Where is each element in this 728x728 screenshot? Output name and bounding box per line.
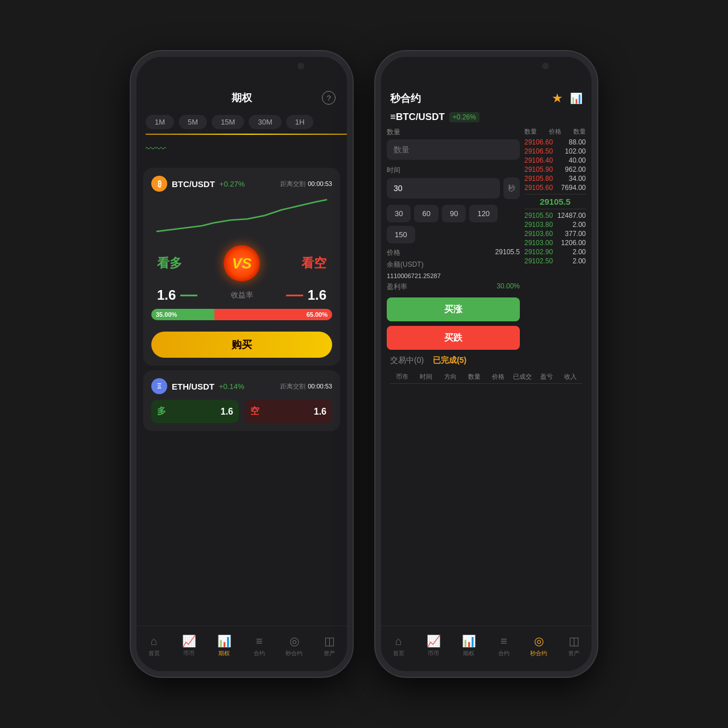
bid-qty-0: 12487.00 bbox=[557, 212, 586, 220]
nav-seconds[interactable]: ◎ 秒合约 bbox=[280, 634, 308, 657]
bid-price-1: 29103.80 bbox=[524, 221, 553, 229]
eth-countdown: 距离交割 00:00:53 bbox=[280, 382, 332, 391]
nav2-futures[interactable]: ≡ 合约 bbox=[490, 635, 518, 657]
ob-bid-4: 29102.90 2.00 bbox=[524, 248, 586, 256]
phone1-bottom-nav: ⌂ 首页 📈 币币 📊 期权 ≡ 合约 ◎ 秒合约 ◫ 资产 bbox=[136, 626, 347, 671]
bid-price-4: 29102.90 bbox=[524, 248, 553, 256]
qty-input[interactable] bbox=[387, 139, 520, 160]
help-button[interactable]: ? bbox=[322, 91, 336, 105]
pair-info: 秒合约 bbox=[390, 92, 421, 105]
price-row: 价格 29105.5 bbox=[387, 248, 520, 258]
bear-dash bbox=[286, 295, 303, 296]
ob-ask-0: 29106.60 88.00 bbox=[524, 138, 586, 146]
tab-1m[interactable]: 1M bbox=[146, 115, 174, 129]
nav2-seconds-label: 秒合约 bbox=[530, 650, 547, 657]
phone1-top-bar bbox=[136, 57, 347, 85]
bull-label: 看多 bbox=[157, 255, 182, 272]
eth-card-header: Ξ ETH/USDT +0.14% 距离交割 00:00:53 bbox=[151, 378, 332, 394]
nav-futures[interactable]: ≡ 合约 bbox=[245, 635, 274, 657]
price-value: 29105.5 bbox=[495, 248, 520, 258]
seconds-icon: ◎ bbox=[289, 634, 299, 648]
nav-assets[interactable]: ◫ 资产 bbox=[315, 634, 344, 657]
ob-bid-1: 29103.80 2.00 bbox=[524, 221, 586, 229]
ob-price-header: 价格 bbox=[549, 127, 561, 136]
time-btn-90[interactable]: 90 bbox=[442, 205, 466, 222]
mini-chart-icon: 〰〰 bbox=[146, 143, 166, 155]
order-form: 数量 时间 秒 30 60 90 120 150 价格 bbox=[387, 127, 524, 350]
btc-icon: ₿ bbox=[151, 176, 167, 192]
bear-progress: 65.00% bbox=[214, 309, 332, 320]
th-qty: 数量 bbox=[462, 373, 486, 381]
th-time: 时间 bbox=[414, 373, 438, 381]
options2-icon: 📊 bbox=[462, 634, 476, 648]
time-btn-120[interactable]: 120 bbox=[469, 205, 498, 222]
camera2 bbox=[542, 63, 549, 69]
eth-coin-info: Ξ ETH/USDT +0.14% bbox=[151, 378, 244, 394]
header-icons: ★ 📊 bbox=[552, 91, 582, 106]
futures-icon: ≡ bbox=[256, 635, 263, 648]
ask-qty-3: 962.00 bbox=[565, 166, 586, 173]
balance-value: 1110006721.25287 bbox=[387, 272, 441, 279]
speaker2 bbox=[466, 65, 506, 68]
time-btn-30[interactable]: 30 bbox=[387, 205, 411, 222]
buy-down-button[interactable]: 买跌 bbox=[387, 326, 520, 350]
btc-countdown: 距离交割 00:00:53 bbox=[280, 180, 332, 188]
chart-icon2[interactable]: 📊 bbox=[570, 92, 582, 105]
camera bbox=[297, 63, 304, 69]
tab-30m[interactable]: 30M bbox=[249, 115, 281, 129]
ask-price-0: 29106.60 bbox=[524, 138, 553, 146]
bid-price-5: 29102.50 bbox=[524, 257, 553, 265]
bid-qty-5: 2.00 bbox=[573, 257, 586, 265]
bid-qty-1: 2.00 bbox=[573, 221, 586, 229]
nav-market[interactable]: 📈 币币 bbox=[175, 634, 203, 657]
home2-icon: ⌂ bbox=[395, 635, 402, 648]
ask-qty-0: 88.00 bbox=[569, 138, 586, 146]
time-btn-150[interactable]: 150 bbox=[387, 226, 415, 243]
ask-qty-1: 102.00 bbox=[565, 147, 586, 155]
nav2-assets[interactable]: ◫ 资产 bbox=[560, 634, 588, 657]
nav2-home[interactable]: ⌂ 首页 bbox=[384, 635, 413, 657]
yield-label: 收益率 bbox=[231, 290, 253, 300]
th-dir: 方向 bbox=[439, 373, 462, 381]
ob-qty-header-left: 数量 bbox=[524, 127, 537, 136]
th-market: 币市 bbox=[390, 373, 414, 381]
nav2-seconds[interactable]: ◎ 秒合约 bbox=[524, 634, 553, 657]
pair-change: +0.26% bbox=[449, 112, 479, 122]
ask-price-3: 29105.90 bbox=[524, 166, 553, 173]
yield-bull: 1.6 bbox=[157, 287, 197, 303]
tab-15m[interactable]: 15M bbox=[212, 115, 244, 129]
tab-5m[interactable]: 5M bbox=[179, 115, 207, 129]
eth-name: ETH/USDT bbox=[172, 382, 214, 391]
nav2-options[interactable]: 📊 期权 bbox=[454, 634, 483, 657]
trades-tab-active[interactable]: 交易中(0) bbox=[390, 355, 424, 366]
trades-tab-completed[interactable]: 已完成(5) bbox=[433, 355, 466, 366]
nav-home-label: 首页 bbox=[148, 650, 160, 657]
tab-1h[interactable]: 1H bbox=[286, 115, 314, 129]
nav-home[interactable]: ⌂ 首页 bbox=[140, 635, 168, 657]
nav2-market[interactable]: 📈 币币 bbox=[419, 634, 448, 657]
market-icon: 📈 bbox=[182, 634, 196, 648]
assets2-icon: ◫ bbox=[569, 634, 580, 648]
th-filled: 已成交 bbox=[510, 373, 534, 381]
time-btn-60[interactable]: 60 bbox=[414, 205, 438, 222]
trades-section: 交易中(0) 已完成(5) 币市 时间 方向 数量 价格 已成交 盈亏 收入 bbox=[381, 350, 592, 384]
star-icon[interactable]: ★ bbox=[552, 91, 563, 106]
buy-button[interactable]: 购买 bbox=[151, 332, 332, 358]
btc-change: +0.27% bbox=[220, 180, 245, 188]
nav-options[interactable]: 📊 期权 bbox=[210, 634, 238, 657]
ask-price-1: 29106.50 bbox=[524, 147, 553, 155]
balance-value-row: 1110006721.25287 bbox=[387, 272, 520, 280]
eth-bull-button[interactable]: 多 1.6 bbox=[151, 400, 239, 423]
ask-price-2: 29106.40 bbox=[524, 156, 553, 164]
balance-row: 余额(USDT) bbox=[387, 260, 520, 270]
nav2-market-label: 币币 bbox=[428, 650, 439, 657]
ob-ask-3: 29105.90 962.00 bbox=[524, 166, 586, 173]
th-income: 收入 bbox=[559, 373, 582, 381]
time-input[interactable] bbox=[387, 178, 500, 198]
screen2-title: 秒合约 bbox=[390, 92, 421, 105]
eth-icon: Ξ bbox=[151, 378, 167, 394]
eth-bear-button[interactable]: 空 1.6 bbox=[245, 400, 332, 423]
btc-chart bbox=[151, 197, 332, 237]
phone-2: 秒合约 ★ 📊 ≡BTC/USDT +0.26% 数量 时间 bbox=[375, 51, 597, 677]
buy-up-button[interactable]: 买涨 bbox=[387, 297, 520, 321]
